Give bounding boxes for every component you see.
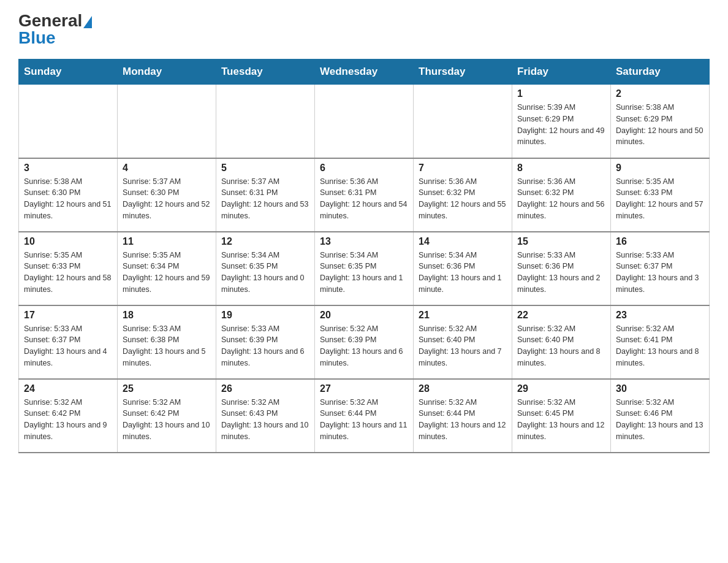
day-number: 9 [616, 163, 704, 174]
day-number: 13 [320, 236, 408, 247]
calendar-cell: 7Sunrise: 5:36 AMSunset: 6:32 PMDaylight… [414, 158, 512, 232]
day-number: 10 [24, 236, 112, 247]
day-number: 14 [419, 236, 507, 247]
day-info: Sunrise: 5:32 AMSunset: 6:40 PMDaylight:… [517, 323, 605, 369]
weekday-header-monday: Monday [118, 59, 216, 85]
day-info: Sunrise: 5:32 AMSunset: 6:44 PMDaylight:… [419, 397, 507, 443]
calendar-week-1: 1Sunrise: 5:39 AMSunset: 6:29 PMDaylight… [19, 85, 710, 158]
day-info: Sunrise: 5:35 AMSunset: 6:34 PMDaylight:… [123, 250, 211, 296]
weekday-header-wednesday: Wednesday [315, 59, 414, 85]
calendar-cell: 25Sunrise: 5:32 AMSunset: 6:42 PMDayligh… [118, 379, 216, 453]
calendar-cell: 2Sunrise: 5:38 AMSunset: 6:29 PMDaylight… [611, 85, 710, 158]
calendar-cell: 27Sunrise: 5:32 AMSunset: 6:44 PMDayligh… [315, 379, 414, 453]
calendar-cell: 18Sunrise: 5:33 AMSunset: 6:38 PMDayligh… [118, 305, 216, 379]
calendar-table: SundayMondayTuesdayWednesdayThursdayFrid… [18, 59, 710, 453]
calendar-cell: 1Sunrise: 5:39 AMSunset: 6:29 PMDaylight… [512, 85, 611, 158]
day-number: 23 [616, 310, 704, 321]
logo-blue-text: Blue [18, 29, 56, 47]
calendar-cell [19, 85, 118, 158]
day-info: Sunrise: 5:32 AMSunset: 6:45 PMDaylight:… [517, 397, 605, 443]
calendar-cell: 14Sunrise: 5:34 AMSunset: 6:36 PMDayligh… [414, 232, 512, 305]
day-number: 17 [24, 310, 112, 321]
day-info: Sunrise: 5:32 AMSunset: 6:43 PMDaylight:… [221, 397, 309, 443]
day-number: 28 [419, 383, 507, 394]
day-info: Sunrise: 5:38 AMSunset: 6:30 PMDaylight:… [24, 176, 112, 222]
calendar-cell: 29Sunrise: 5:32 AMSunset: 6:45 PMDayligh… [512, 379, 611, 453]
day-info: Sunrise: 5:37 AMSunset: 6:30 PMDaylight:… [123, 176, 211, 222]
day-info: Sunrise: 5:34 AMSunset: 6:35 PMDaylight:… [320, 250, 408, 296]
day-number: 29 [517, 383, 605, 394]
day-number: 11 [123, 236, 211, 247]
day-number: 30 [616, 383, 704, 394]
calendar-cell: 5Sunrise: 5:37 AMSunset: 6:31 PMDaylight… [216, 158, 315, 232]
day-number: 26 [221, 383, 309, 394]
day-number: 2 [616, 88, 704, 99]
day-info: Sunrise: 5:38 AMSunset: 6:29 PMDaylight:… [616, 102, 704, 148]
calendar-cell: 4Sunrise: 5:37 AMSunset: 6:30 PMDaylight… [118, 158, 216, 232]
calendar-cell: 12Sunrise: 5:34 AMSunset: 6:35 PMDayligh… [216, 232, 315, 305]
day-info: Sunrise: 5:33 AMSunset: 6:39 PMDaylight:… [221, 323, 309, 369]
calendar-week-2: 3Sunrise: 5:38 AMSunset: 6:30 PMDaylight… [19, 158, 710, 232]
day-number: 6 [320, 163, 408, 174]
calendar-cell: 26Sunrise: 5:32 AMSunset: 6:43 PMDayligh… [216, 379, 315, 453]
weekday-header-saturday: Saturday [611, 59, 710, 85]
day-info: Sunrise: 5:32 AMSunset: 6:42 PMDaylight:… [24, 397, 112, 443]
calendar-cell: 9Sunrise: 5:35 AMSunset: 6:33 PMDaylight… [611, 158, 710, 232]
calendar-cell [414, 85, 512, 158]
calendar-cell: 10Sunrise: 5:35 AMSunset: 6:33 PMDayligh… [19, 232, 118, 305]
day-info: Sunrise: 5:32 AMSunset: 6:42 PMDaylight:… [123, 397, 211, 443]
weekday-header-thursday: Thursday [414, 59, 512, 85]
day-info: Sunrise: 5:36 AMSunset: 6:31 PMDaylight:… [320, 176, 408, 222]
day-info: Sunrise: 5:34 AMSunset: 6:35 PMDaylight:… [221, 250, 309, 296]
day-number: 7 [419, 163, 507, 174]
calendar-cell [216, 85, 315, 158]
day-number: 1 [517, 88, 605, 99]
calendar-cell: 20Sunrise: 5:32 AMSunset: 6:39 PMDayligh… [315, 305, 414, 379]
day-info: Sunrise: 5:32 AMSunset: 6:41 PMDaylight:… [616, 323, 704, 369]
calendar-cell: 15Sunrise: 5:33 AMSunset: 6:36 PMDayligh… [512, 232, 611, 305]
calendar-header: SundayMondayTuesdayWednesdayThursdayFrid… [19, 59, 710, 85]
day-info: Sunrise: 5:33 AMSunset: 6:36 PMDaylight:… [517, 250, 605, 296]
day-number: 25 [123, 383, 211, 394]
weekday-header-sunday: Sunday [19, 59, 118, 85]
day-info: Sunrise: 5:32 AMSunset: 6:44 PMDaylight:… [320, 397, 408, 443]
calendar-cell: 28Sunrise: 5:32 AMSunset: 6:44 PMDayligh… [414, 379, 512, 453]
calendar-cell: 30Sunrise: 5:32 AMSunset: 6:46 PMDayligh… [611, 379, 710, 453]
logo-general-text: General [18, 12, 92, 29]
day-info: Sunrise: 5:32 AMSunset: 6:39 PMDaylight:… [320, 323, 408, 369]
calendar-cell: 11Sunrise: 5:35 AMSunset: 6:34 PMDayligh… [118, 232, 216, 305]
day-number: 19 [221, 310, 309, 321]
day-info: Sunrise: 5:35 AMSunset: 6:33 PMDaylight:… [616, 176, 704, 222]
calendar-body: 1Sunrise: 5:39 AMSunset: 6:29 PMDaylight… [19, 85, 710, 453]
calendar-cell: 24Sunrise: 5:32 AMSunset: 6:42 PMDayligh… [19, 379, 118, 453]
calendar-week-5: 24Sunrise: 5:32 AMSunset: 6:42 PMDayligh… [19, 379, 710, 453]
calendar-cell: 22Sunrise: 5:32 AMSunset: 6:40 PMDayligh… [512, 305, 611, 379]
day-info: Sunrise: 5:35 AMSunset: 6:33 PMDaylight:… [24, 250, 112, 296]
day-number: 12 [221, 236, 309, 247]
day-number: 21 [419, 310, 507, 321]
day-info: Sunrise: 5:33 AMSunset: 6:37 PMDaylight:… [616, 250, 704, 296]
calendar-cell: 17Sunrise: 5:33 AMSunset: 6:37 PMDayligh… [19, 305, 118, 379]
calendar-week-4: 17Sunrise: 5:33 AMSunset: 6:37 PMDayligh… [19, 305, 710, 379]
day-info: Sunrise: 5:39 AMSunset: 6:29 PMDaylight:… [517, 102, 605, 148]
calendar-cell: 16Sunrise: 5:33 AMSunset: 6:37 PMDayligh… [611, 232, 710, 305]
day-info: Sunrise: 5:33 AMSunset: 6:38 PMDaylight:… [123, 323, 211, 369]
day-number: 20 [320, 310, 408, 321]
day-number: 18 [123, 310, 211, 321]
weekday-header-row: SundayMondayTuesdayWednesdayThursdayFrid… [19, 59, 710, 85]
day-info: Sunrise: 5:36 AMSunset: 6:32 PMDaylight:… [517, 176, 605, 222]
calendar-cell [315, 85, 414, 158]
day-info: Sunrise: 5:32 AMSunset: 6:40 PMDaylight:… [419, 323, 507, 369]
day-info: Sunrise: 5:36 AMSunset: 6:32 PMDaylight:… [419, 176, 507, 222]
day-number: 27 [320, 383, 408, 394]
page-header: General Blue [18, 12, 710, 47]
day-info: Sunrise: 5:33 AMSunset: 6:37 PMDaylight:… [24, 323, 112, 369]
day-number: 5 [221, 163, 309, 174]
weekday-header-friday: Friday [512, 59, 611, 85]
day-number: 15 [517, 236, 605, 247]
day-number: 4 [123, 163, 211, 174]
calendar-cell: 23Sunrise: 5:32 AMSunset: 6:41 PMDayligh… [611, 305, 710, 379]
calendar-cell: 21Sunrise: 5:32 AMSunset: 6:40 PMDayligh… [414, 305, 512, 379]
day-number: 3 [24, 163, 112, 174]
calendar-cell: 8Sunrise: 5:36 AMSunset: 6:32 PMDaylight… [512, 158, 611, 232]
